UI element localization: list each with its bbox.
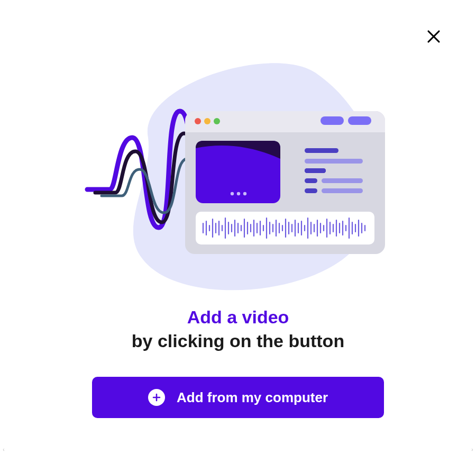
plus-circle-icon	[148, 389, 165, 406]
add-video-modal: Add a video by clicking on the button Ad…	[0, 0, 476, 453]
add-from-computer-button[interactable]: Add from my computer	[92, 377, 384, 418]
scrollbar-right-arrow[interactable]: ›	[469, 446, 476, 453]
svg-rect-21	[322, 188, 363, 193]
svg-point-11	[231, 192, 234, 195]
svg-rect-14	[305, 148, 338, 153]
scrollbar-left-arrow[interactable]: ‹	[0, 446, 7, 453]
svg-point-7	[214, 118, 220, 124]
svg-rect-15	[305, 159, 363, 164]
modal-content: Add a video by clicking on the button Ad…	[0, 0, 476, 418]
svg-rect-18	[305, 178, 317, 183]
svg-point-5	[195, 118, 201, 124]
svg-rect-8	[321, 116, 344, 125]
close-icon	[426, 29, 442, 46]
svg-rect-9	[348, 116, 371, 125]
upload-illustration	[85, 53, 391, 296]
headline: Add a video by clicking on the button	[132, 307, 344, 351]
svg-rect-20	[305, 188, 317, 193]
svg-point-13	[243, 192, 246, 195]
close-button[interactable]	[423, 26, 444, 48]
svg-point-6	[204, 118, 210, 124]
svg-point-12	[237, 192, 240, 195]
headline-secondary: by clicking on the button	[132, 331, 344, 351]
svg-rect-19	[322, 178, 363, 183]
add-button-label: Add from my computer	[177, 389, 328, 406]
chevron-right-icon: ›	[471, 447, 473, 452]
chevron-left-icon: ‹	[3, 447, 4, 452]
svg-rect-17	[305, 168, 326, 173]
headline-primary: Add a video	[132, 307, 344, 328]
